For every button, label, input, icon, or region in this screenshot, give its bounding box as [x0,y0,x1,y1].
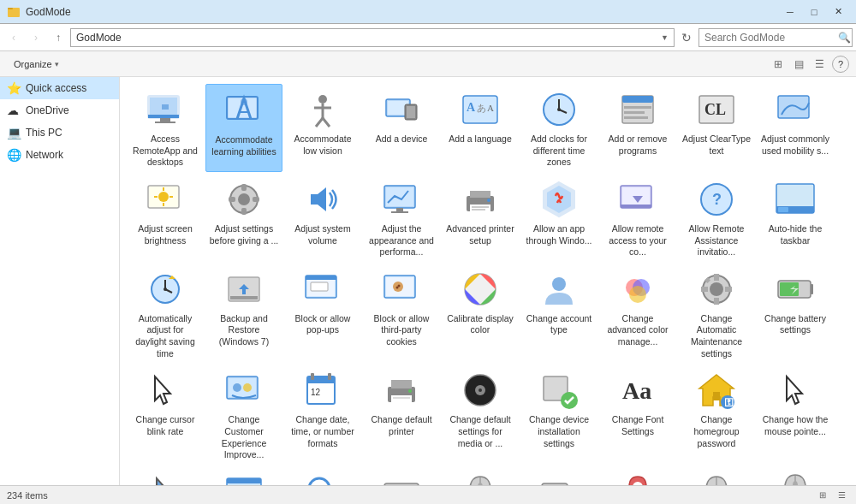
grid-item[interactable]: Change default printer [363,365,440,465]
grid-item[interactable]: Change account type [520,264,597,364]
grid-item[interactable]: Backup and Restore (Windows 7) [205,264,282,364]
svg-rect-31 [624,116,648,119]
grid-item[interactable]: Adjust the appearance and performa... [363,174,440,262]
grid-item[interactable]: Add a device [363,84,440,172]
grid-item[interactable]: Change how the mouse pointer lo... [127,466,204,485]
svg-rect-88 [714,274,719,281]
svg-rect-46 [253,197,259,202]
svg-text:あ: あ [477,103,486,113]
svg-point-82 [552,277,566,291]
item-icon-search [302,471,343,485]
grid-item[interactable]: Change cursor blink rate [127,365,204,465]
grid-item[interactable]: Automatically adjust for daylight saving… [127,264,204,364]
grid-item[interactable]: Change battery settings [757,264,834,364]
svg-rect-142 [542,483,568,485]
sidebar-item-this-pc[interactable]: 💻 This PC [0,122,119,144]
grid-item[interactable]: Adjust system volume [284,174,361,262]
preview-pane-button[interactable]: ▤ [789,55,808,74]
grid-item[interactable]: Change how Windows searches [284,466,361,485]
view-options-button[interactable]: ⊞ [769,55,788,74]
item-icon-cursor [145,370,186,411]
content-area[interactable]: Access RemoteApp and desktops Accommodat… [120,77,856,485]
item-label: Block or allow third-party cookies [366,313,437,348]
item-icon-accessibility [223,90,265,131]
sidebar-item-network[interactable]: 🌐 Network [0,144,119,166]
close-button[interactable]: ✕ [827,3,849,21]
svg-point-80 [396,286,399,288]
svg-rect-104 [328,373,331,380]
grid-item[interactable]: Allow remote access to your co... [599,174,676,262]
grid-item[interactable]: Adjust screen brightness [127,174,204,262]
address-field[interactable]: GodMode ▼ [70,28,675,47]
grid-item[interactable]: Calibrate display color [442,264,519,364]
grid-item[interactable]: Add clocks for different time zones [520,84,597,172]
grid-item[interactable]: Block or allow third-party cookies [363,264,440,364]
grid-item[interactable]: Change how your mouse works [442,466,519,485]
item-icon-printer2 [381,370,422,411]
item-label: Add clocks for different time zones [524,133,594,169]
item-icon-maintenance [696,269,737,310]
grid-item[interactable]: Change Automatic Maintenance settings [678,264,755,364]
svg-rect-56 [472,209,485,210]
details-view-btn[interactable]: ☰ [834,488,849,503]
grid-item[interactable]: Accommodate learning abilities [205,84,282,172]
grid-item[interactable]: Change advanced color manage... [599,264,676,364]
svg-point-126 [309,478,330,485]
grid-item[interactable]: Access RemoteApp and desktops [127,84,204,172]
grid-item[interactable]: ⚿ Change homegroup password [678,365,755,465]
grid-item[interactable]: Change mouse click settings [678,466,755,485]
item-icon-cookies [381,269,422,310]
grid-item[interactable]: Auto-hide the taskbar [757,174,834,262]
sidebar-item-quick-access[interactable]: ⭐ Quick access [0,77,119,99]
sidebar-label-this-pc: This PC [26,127,62,139]
grid-item[interactable]: Allow an app through Windo... [520,174,597,262]
grid-item[interactable]: Change how your keyboard works [363,466,440,485]
svg-line-14 [323,118,330,127]
grid-item[interactable]: Aa Change Font Settings [599,365,676,465]
back-button[interactable]: ‹ [3,27,24,48]
svg-point-36 [158,192,169,202]
organize-button[interactable]: Organize ▾ [7,54,66,74]
grid-item[interactable]: Change how web pages are displayed [205,466,282,485]
svg-marker-47 [311,187,326,211]
refresh-button[interactable]: ↻ [676,28,697,47]
grid-item[interactable]: A あ A Add a language [442,84,519,172]
up-button[interactable]: ↑ [48,27,68,48]
minimize-button[interactable]: ─ [779,3,801,21]
svg-point-100 [243,383,252,392]
help-button[interactable]: ? [832,56,849,73]
maximize-button[interactable]: □ [803,3,825,21]
forward-button[interactable]: › [26,27,46,48]
search-button[interactable]: 🔍 [838,32,851,44]
grid-item[interactable]: ? Allow Remote Assistance invitatio... [678,174,755,262]
item-label: Change Automatic Maintenance settings [681,313,752,360]
grid-item[interactable]: Change device installation settings [520,365,597,465]
sidebar-item-onedrive[interactable]: ☁ OneDrive [0,99,119,122]
item-label: Change cursor blink rate [130,414,200,437]
svg-rect-51 [391,211,408,213]
item-icon-firewall [538,179,580,220]
item-label: Change Customer Experience Improve... [209,414,279,461]
grid-item[interactable]: Change how the mouse pointe... [757,365,834,465]
grid-item[interactable]: Change default settings for media or ... [442,365,519,465]
grid-item[interactable]: Change location [599,466,676,485]
grid-item[interactable]: Accommodate low vision [284,84,361,172]
item-icon-settings [223,179,265,220]
grid-item[interactable]: Advanced printer setup [442,174,519,262]
details-pane-button[interactable]: ☰ [810,55,829,74]
grid-item[interactable]: あ Change input methods [520,466,597,485]
grid-item[interactable]: Adjust commonly used mobility s... [757,84,834,172]
large-icons-view-btn[interactable]: ⊞ [815,488,830,503]
grid-item[interactable]: Change Customer Experience Improve... [205,365,282,465]
grid-item[interactable]: Adjust settings before giving a ... [205,174,282,262]
svg-rect-98 [229,378,256,397]
grid-item[interactable]: Block or allow pop-ups [284,264,361,364]
item-icon-performance [381,179,422,220]
grid-item[interactable]: CL Adjust ClearType text [678,84,755,172]
grid-item[interactable]: 12 Change date, time, or number formats [284,365,361,465]
item-icon-location [617,471,658,485]
grid-item[interactable]: Add or remove programs [599,84,676,172]
svg-rect-107 [391,380,412,388]
search-input[interactable] [698,28,853,47]
grid-item[interactable]: Change mouse settings [757,466,834,485]
